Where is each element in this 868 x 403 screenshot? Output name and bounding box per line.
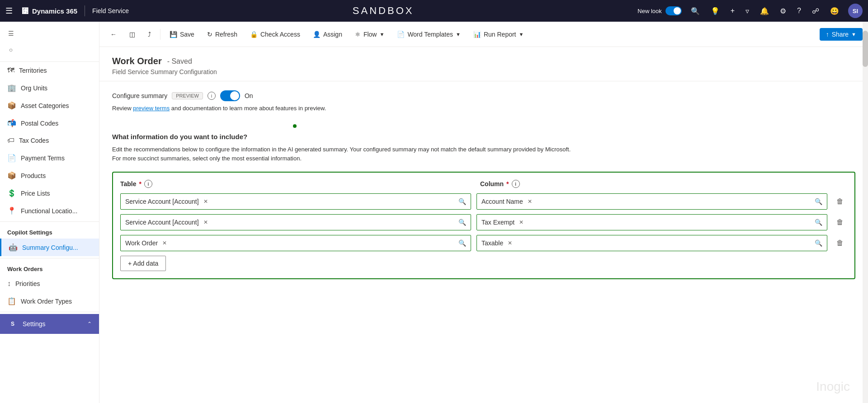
- suite-icon: ⁳: [22, 7, 28, 15]
- feedback-icon[interactable]: ☍: [810, 5, 821, 17]
- green-dot-container: [99, 121, 868, 129]
- sidebar-item-postal-codes[interactable]: 📬 Postal Codes: [0, 114, 99, 132]
- sidebar-item-territories[interactable]: 🗺 Territories: [0, 62, 99, 79]
- summary-config-icon: 🤖: [9, 243, 18, 252]
- table-value-2: Service Account [Account]: [125, 219, 199, 226]
- column-search-icon-3[interactable]: 🔍: [815, 239, 822, 247]
- settings-icon[interactable]: ⚙: [778, 5, 788, 17]
- word-templates-label: Word Templates: [407, 31, 453, 38]
- word-templates-button[interactable]: 📄 Word Templates ▼: [392, 28, 466, 41]
- work-order-types-icon: 📋: [7, 297, 16, 305]
- filter-icon[interactable]: ▿: [744, 5, 751, 17]
- tax-codes-icon: 🏷: [7, 136, 14, 145]
- summary-toggle[interactable]: [220, 90, 240, 101]
- sidebar-item-priorities[interactable]: ↕ Priorities: [0, 275, 99, 292]
- sidebar-item-work-order-types[interactable]: 📋 Work Order Types: [0, 292, 99, 310]
- delete-row-3-button[interactable]: 🗑: [833, 236, 847, 250]
- configure-label: Configure summary: [112, 92, 167, 99]
- configure-info-icon[interactable]: i: [208, 92, 216, 100]
- smiley-icon[interactable]: 😀: [828, 5, 841, 17]
- column-search-icon-1[interactable]: 🔍: [815, 198, 822, 205]
- back-button[interactable]: ←: [105, 28, 122, 41]
- save-icon: 💾: [170, 31, 177, 38]
- toggle-label: On: [245, 92, 253, 99]
- search-icon[interactable]: 🔍: [689, 5, 702, 17]
- column-field-clear-1[interactable]: ✕: [528, 198, 532, 205]
- table-field-clear-2[interactable]: ✕: [203, 219, 208, 225]
- table-field-clear-3[interactable]: ✕: [162, 240, 167, 246]
- sidebar-item-price-lists[interactable]: 💲 Price Lists: [0, 184, 99, 202]
- sidebar-item-products[interactable]: 📦 Products: [0, 167, 99, 184]
- new-look-toggle[interactable]: New look: [637, 6, 681, 15]
- table-info-icon[interactable]: i: [144, 180, 152, 188]
- plus-icon[interactable]: +: [729, 5, 736, 17]
- home-icon[interactable]: ○: [0, 42, 22, 58]
- column-field-2[interactable]: Tax Exempt ✕ 🔍: [476, 214, 827, 230]
- user-avatar[interactable]: SI: [848, 4, 863, 18]
- share-button[interactable]: ↑ Share ▼: [820, 28, 863, 41]
- product-name: Dynamics 365: [32, 7, 77, 15]
- table-field-3[interactable]: Work Order ✕ 🔍: [120, 235, 471, 251]
- table-required-star: *: [139, 180, 142, 187]
- toolbar: ← ◫ ⤴ 💾 Save ↻ Refresh 🔒 Check Access: [99, 22, 868, 47]
- delete-row-2-button[interactable]: 🗑: [833, 215, 847, 230]
- sidebar-top-icons: ☰ ○: [0, 22, 99, 62]
- flow-button[interactable]: ⚛ Flow ▼: [349, 28, 390, 41]
- record-view-button[interactable]: ◫: [124, 28, 141, 41]
- share-label: Share: [832, 31, 849, 38]
- top-nav: ☰ ⁳ Dynamics 365 Field Service SANDBOX N…: [0, 0, 868, 22]
- sidebar-item-functional-location[interactable]: 📍 Functional Locatio...: [0, 202, 99, 220]
- add-data-button[interactable]: + Add data: [120, 256, 166, 271]
- functional-location-icon: 📍: [7, 206, 16, 215]
- work-orders-section-header: Work Orders: [0, 260, 99, 275]
- table-search-icon-1[interactable]: 🔍: [458, 198, 466, 205]
- hamburger-icon[interactable]: ☰: [5, 6, 13, 16]
- refresh-button[interactable]: ↻ Refresh: [202, 28, 243, 41]
- back-icon: ←: [110, 31, 117, 38]
- help-icon[interactable]: ?: [795, 5, 803, 17]
- sidebar-item-settings[interactable]: S Settings ⌃: [0, 314, 99, 334]
- bell-icon[interactable]: 🔔: [758, 5, 771, 17]
- preview-link[interactable]: preview terms: [133, 105, 170, 112]
- sidebar-item-summary-config[interactable]: 🤖 Summary Configu...: [0, 239, 99, 256]
- sidebar-item-asset-categories[interactable]: 📦 Asset Categories: [0, 97, 99, 114]
- table-header-label: Table: [120, 180, 137, 187]
- assign-button[interactable]: 👤 Assign: [307, 28, 348, 41]
- sidebar-item-payment-terms[interactable]: 📄 Payment Terms: [0, 149, 99, 167]
- save-button[interactable]: 💾 Save: [164, 28, 200, 41]
- assign-icon: 👤: [313, 31, 321, 38]
- new-look-switch[interactable]: [665, 6, 682, 15]
- right-scrollbar[interactable]: [863, 22, 868, 403]
- settings-badge-icon: S: [7, 319, 18, 329]
- column-column-header: Column * i: [480, 180, 833, 188]
- settings-chevron-icon: ⌃: [87, 321, 92, 327]
- table-field-1[interactable]: Service Account [Account] ✕ 🔍: [120, 193, 471, 210]
- check-access-button[interactable]: 🔒 Check Access: [245, 28, 306, 41]
- sidebar-item-org-units[interactable]: 🏢 Org Units: [0, 79, 99, 97]
- table-search-icon-2[interactable]: 🔍: [458, 219, 466, 226]
- delete-row-1-button[interactable]: 🗑: [833, 194, 847, 209]
- sidebar-item-label: Settings: [23, 320, 83, 328]
- run-report-label: Run Report: [484, 31, 516, 38]
- popout-button[interactable]: ⤴: [142, 28, 156, 41]
- column-field-clear-2[interactable]: ✕: [519, 219, 524, 225]
- lightbulb-icon[interactable]: 💡: [709, 5, 722, 17]
- sidebar-collapse-icon[interactable]: ☰: [0, 25, 22, 42]
- column-field-3[interactable]: Taxable ✕ 🔍: [476, 235, 827, 251]
- sidebar-item-tax-codes[interactable]: 🏷 Tax Codes: [0, 132, 99, 149]
- refresh-label: Refresh: [215, 31, 237, 38]
- products-icon: 📦: [7, 171, 16, 180]
- column-field-clear-3[interactable]: ✕: [508, 240, 512, 246]
- run-report-button[interactable]: 📊 Run Report ▼: [468, 28, 529, 41]
- column-info-icon[interactable]: i: [512, 180, 520, 188]
- check-access-icon: 🔒: [250, 31, 258, 38]
- column-field-1[interactable]: Account Name ✕ 🔍: [476, 193, 827, 210]
- scrollbar-thumb[interactable]: [863, 31, 868, 67]
- column-search-icon-2[interactable]: 🔍: [815, 219, 822, 226]
- table-field-2[interactable]: Service Account [Account] ✕ 🔍: [120, 214, 471, 230]
- column-value-1: Account Name: [481, 198, 523, 205]
- table-value-1: Service Account [Account]: [125, 198, 199, 205]
- table-search-icon-3[interactable]: 🔍: [458, 239, 466, 247]
- summary-section: Configure summary PREVIEW i On Review pr…: [99, 81, 868, 121]
- table-field-clear-1[interactable]: ✕: [203, 198, 208, 205]
